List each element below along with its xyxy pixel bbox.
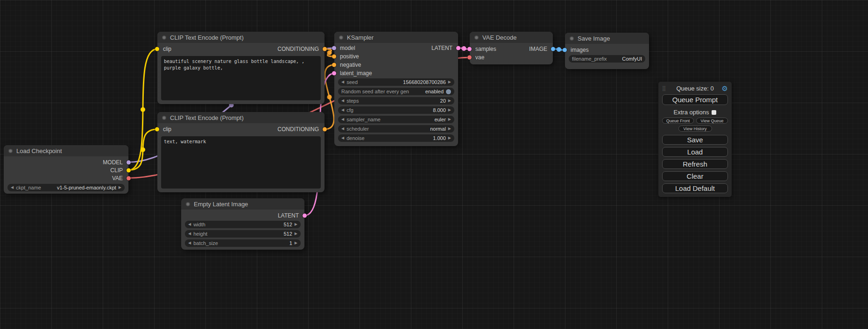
widget-label: sampler_name [346, 117, 381, 122]
widget-value: normal [430, 126, 446, 132]
decrement-arrow-icon[interactable]: ◀ [341, 80, 344, 84]
save-button[interactable]: Save [662, 135, 728, 145]
output-row-clip: CLIP [4, 166, 128, 174]
node-title: KSampler [347, 34, 374, 41]
steps-widget[interactable]: ◀ steps 20 ▶ [338, 97, 454, 105]
image-output-label: IMAGE [529, 46, 547, 52]
decrement-arrow-icon[interactable]: ◀ [341, 127, 344, 131]
widget-label: scheduler [346, 126, 369, 132]
node-vae-decode[interactable]: VAE Decode samples IMAGE vae [470, 32, 553, 64]
wire-midpoint-dot [557, 47, 561, 52]
model-output-socket[interactable] [127, 160, 131, 164]
latent-image-input-socket[interactable] [332, 71, 336, 76]
node-clip-text-encode-negative[interactable]: CLIP Text Encode (Prompt) clip CONDITION… [157, 112, 325, 192]
clip-input-socket[interactable] [155, 127, 159, 132]
queue-prompt-button[interactable]: Queue Prompt [662, 94, 728, 105]
node-save-image[interactable]: Save Image images filename_prefix ComfyU… [565, 33, 649, 69]
slot-row-clip-conditioning: clip CONDITIONING [157, 125, 325, 133]
sampler-name-widget[interactable]: ◀ sampler_name euler ▶ [338, 116, 454, 123]
latent-output-socket[interactable] [303, 214, 307, 218]
latent-output-socket[interactable] [456, 46, 460, 50]
increment-arrow-icon[interactable]: ▶ [119, 186, 121, 189]
node-title-bar[interactable]: CLIP Text Encode (Prompt) [157, 112, 325, 123]
slot-row-vae: vae [470, 53, 553, 62]
height-widget[interactable]: ◀ height 512 ▶ [185, 230, 301, 238]
width-widget[interactable]: ◀ width 512 ▶ [185, 221, 301, 228]
node-ksampler[interactable]: KSampler model LATENT positive negative … [334, 32, 458, 146]
history-row: View History [662, 126, 728, 132]
increment-arrow-icon[interactable]: ▶ [448, 127, 451, 131]
increment-arrow-icon[interactable]: ▶ [448, 136, 451, 140]
clear-button[interactable]: Clear [662, 171, 728, 181]
widget-value: 512 [283, 222, 292, 227]
positive-input-label: positive [340, 53, 359, 60]
model-input-label: model [340, 45, 355, 51]
node-title-bar[interactable]: VAE Decode [470, 32, 553, 43]
widget-label: height [193, 231, 207, 237]
node-graph-canvas[interactable]: Load Checkpoint MODEL CLIP VAE ◀ ckpt_na… [0, 0, 868, 329]
node-empty-latent-image[interactable]: Empty Latent Image LATENT ◀ width 512 ▶ … [181, 198, 304, 250]
wire-midpoint-dot [141, 147, 145, 152]
decrement-arrow-icon[interactable]: ◀ [188, 223, 191, 226]
node-title-bar[interactable]: KSampler [334, 32, 458, 43]
load-button[interactable]: Load [662, 147, 728, 157]
conditioning-output-label: CONDITIONING [277, 126, 319, 133]
batch-size-widget[interactable]: ◀ batch_size 1 ▶ [185, 239, 301, 247]
model-input-socket[interactable] [332, 46, 336, 50]
negative-prompt-textarea[interactable]: text, watermark [161, 136, 321, 189]
refresh-button[interactable]: Refresh [662, 159, 728, 169]
positive-input-socket[interactable] [332, 55, 336, 59]
decrement-arrow-icon[interactable]: ◀ [341, 108, 344, 112]
view-queue-button[interactable]: View Queue [696, 118, 728, 124]
clip-input-socket[interactable] [155, 47, 159, 51]
conditioning-output-socket[interactable] [323, 47, 327, 51]
node-clip-text-encode-positive[interactable]: CLIP Text Encode (Prompt) clip CONDITION… [157, 32, 325, 104]
drag-handle-icon[interactable]: ⣿ [662, 85, 666, 91]
widget-label: cfg [346, 107, 353, 113]
filename-prefix-widget[interactable]: filename_prefix ComfyUI [569, 55, 645, 63]
cfg-widget[interactable]: ◀ cfg 8.000 ▶ [338, 106, 454, 114]
widget-label: ckpt_name [16, 185, 41, 190]
toggle-knob[interactable] [446, 89, 451, 94]
load-default-button[interactable]: Load Default [662, 183, 728, 193]
images-input-socket[interactable] [563, 48, 567, 52]
seed-widget[interactable]: ◀ seed 156680208700286 ▶ [338, 78, 454, 86]
denoise-widget[interactable]: ◀ denoise 1.000 ▶ [338, 134, 454, 142]
widget-value: 20 [440, 98, 446, 104]
scheduler-widget[interactable]: ◀ scheduler normal ▶ [338, 125, 454, 133]
decrement-arrow-icon[interactable]: ◀ [11, 186, 14, 189]
ckpt-name-widget[interactable]: ◀ ckpt_name v1-5-pruned-emaonly.ckpt ▶ [7, 184, 125, 191]
samples-input-socket[interactable] [467, 47, 472, 51]
increment-arrow-icon[interactable]: ▶ [295, 232, 297, 236]
increment-arrow-icon[interactable]: ▶ [295, 223, 297, 226]
decrement-arrow-icon[interactable]: ◀ [188, 232, 191, 236]
node-title-bar[interactable]: Save Image [565, 33, 649, 44]
latent-output-label: LATENT [278, 212, 299, 219]
clip-output-socket[interactable] [127, 168, 131, 172]
conditioning-output-socket[interactable] [323, 127, 327, 132]
node-load-checkpoint[interactable]: Load Checkpoint MODEL CLIP VAE ◀ ckpt_na… [4, 145, 128, 194]
node-title-bar[interactable]: Load Checkpoint [4, 145, 128, 156]
decrement-arrow-icon[interactable]: ◀ [188, 241, 191, 245]
decrement-arrow-icon[interactable]: ◀ [341, 118, 344, 121]
settings-gear-icon[interactable]: ⚙ [722, 85, 728, 92]
random-seed-toggle[interactable]: Random seed after every gen enabled [338, 88, 454, 95]
increment-arrow-icon[interactable]: ▶ [448, 99, 451, 103]
increment-arrow-icon[interactable]: ▶ [448, 108, 451, 112]
extra-options-checkbox[interactable] [712, 110, 716, 115]
extra-options-label: Extra options [674, 109, 709, 116]
queue-front-button[interactable]: Queue Front [662, 118, 694, 124]
decrement-arrow-icon[interactable]: ◀ [341, 99, 344, 103]
image-output-socket[interactable] [551, 47, 555, 51]
vae-input-socket[interactable] [467, 56, 472, 60]
increment-arrow-icon[interactable]: ▶ [448, 118, 451, 121]
vae-output-socket[interactable] [127, 176, 131, 180]
node-title-bar[interactable]: CLIP Text Encode (Prompt) [157, 32, 325, 43]
positive-prompt-textarea[interactable]: beautiful scenery nature glass bottle la… [161, 56, 321, 100]
increment-arrow-icon[interactable]: ▶ [295, 241, 297, 245]
view-history-button[interactable]: View History [678, 126, 712, 132]
negative-input-socket[interactable] [332, 63, 336, 67]
decrement-arrow-icon[interactable]: ◀ [341, 136, 344, 140]
node-title-bar[interactable]: Empty Latent Image [181, 198, 304, 210]
increment-arrow-icon[interactable]: ▶ [448, 80, 451, 84]
